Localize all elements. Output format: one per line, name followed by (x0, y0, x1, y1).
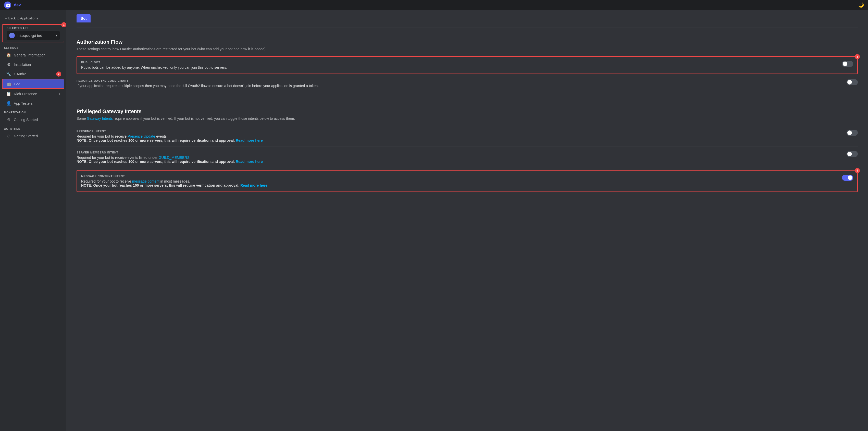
message-content-intent-note: NOTE: Once your bot reaches 100 or more … (81, 183, 832, 188)
back-to-applications[interactable]: ← Back to Applications (0, 14, 66, 22)
app-avatar: I (9, 33, 15, 38)
monetization-section-label: MONETIZATION (0, 108, 66, 115)
sidebar-item-oauth2-wrapper: 🔧 OAuth2 2 (0, 69, 66, 79)
server-members-intent-name: SERVER MEMBERS INTENT (76, 151, 836, 154)
discord-logo: .dev (4, 2, 21, 9)
sidebar-item-bot[interactable]: 🤖 Bot (3, 79, 64, 88)
requires-oauth2-desc: If your application requires multiple sc… (76, 84, 836, 88)
gear-icon: ⚙ (6, 62, 11, 67)
sidebar-item-oauth2[interactable]: 🔧 OAuth2 (2, 69, 64, 78)
requires-oauth2-toggle[interactable] (846, 79, 858, 85)
requires-oauth2-name: REQUIRES OAUTH2 CODE GRANT (76, 79, 836, 82)
server-members-intent-note: NOTE: Once your bot reaches 100 or more … (76, 160, 836, 164)
sidebar-item-general-information[interactable]: 🏠 General Information (2, 51, 64, 59)
gateway-intents-link[interactable]: Gateway Intents (87, 116, 113, 120)
server-members-intent-row: SERVER MEMBERS INTENT Required for your … (76, 147, 858, 168)
server-members-intent-toggle[interactable] (846, 151, 858, 157)
tab-bar: Bot (76, 10, 858, 23)
message-content-intent-info: MESSAGE CONTENT INTENT Required for your… (81, 175, 832, 188)
requires-oauth2-row: REQUIRES OAUTH2 CODE GRANT If your appli… (76, 75, 858, 92)
app-name: infraspec-gpt-bot (17, 34, 54, 37)
badge-4: 4 (855, 168, 860, 173)
authorization-flow-desc: These settings control how OAuth2 author… (76, 47, 858, 51)
topbar: .dev 🌙 (0, 0, 868, 10)
plus-icon-activities: ⊕ (6, 134, 11, 138)
home-icon: 🏠 (6, 53, 11, 57)
badge-3: 3 (855, 54, 860, 59)
authorization-flow-section: Authorization Flow These settings contro… (76, 33, 858, 92)
sidebar-item-installation[interactable]: ⚙ Installation (2, 60, 64, 69)
server-members-intent-desc: Required for your bot to receive events … (76, 155, 836, 160)
requires-oauth2-info: REQUIRES OAUTH2 CODE GRANT If your appli… (76, 79, 836, 88)
moon-icon[interactable]: 🌙 (858, 2, 864, 8)
main-layout: ← Back to Applications 1 SELECTED APP I … (0, 10, 868, 431)
presence-intent-note: NOTE: Once your bot reaches 100 or more … (76, 138, 836, 142)
message-content-intent-desc: Required for your bot to receive message… (81, 179, 832, 183)
tab-bot[interactable]: Bot (76, 14, 91, 23)
presence-update-link[interactable]: Presence Update (128, 134, 155, 138)
presence-intent-toggle[interactable] (846, 130, 858, 136)
sidebar-item-activities-getting-started[interactable]: ⊕ Getting Started (2, 132, 64, 140)
privileged-intents-desc: Some Gateway Intents require approval if… (76, 116, 858, 120)
presence-intent-name: PRESENCE INTENT (76, 130, 836, 133)
public-bot-desc: Public bots can be added by anyone. When… (81, 65, 832, 69)
app-dropdown[interactable]: I infraspec-gpt-bot ▾ (7, 31, 60, 40)
guild-members-link[interactable]: GUILD_MEMBERS (158, 155, 189, 160)
person-icon: 👤 (6, 101, 11, 106)
badge-1: 1 (61, 22, 66, 27)
wrench-icon: 🔧 (6, 71, 11, 76)
server-members-intent-info: SERVER MEMBERS INTENT Required for your … (76, 151, 836, 164)
public-bot-row: 3 PUBLIC BOT Public bots can be added by… (76, 56, 858, 74)
selected-app-label: SELECTED APP (7, 27, 60, 30)
message-content-read-more-link[interactable]: Read more here (240, 183, 268, 188)
presence-intent-read-more-link[interactable]: Read more here (236, 138, 263, 142)
public-bot-toggle[interactable] (842, 61, 853, 67)
plus-icon-monetization: ⊕ (6, 117, 11, 122)
message-content-intent-row: 4 MESSAGE CONTENT INTENT Required for yo… (76, 170, 858, 192)
privileged-intents-section: Privileged Gateway Intents Some Gateway … (76, 103, 858, 192)
content-area: Bot Authorization Flow These settings co… (66, 10, 868, 431)
sidebar-item-app-testers[interactable]: 👤 App Testers (2, 99, 64, 108)
presence-intent-desc: Required for your bot to receive Presenc… (76, 134, 836, 138)
presence-intent-row: PRESENCE INTENT Required for your bot to… (76, 125, 858, 147)
public-bot-info: PUBLIC BOT Public bots can be added by a… (81, 61, 832, 69)
sidebar-item-rich-presence[interactable]: 📋 Rich Presence › (2, 89, 64, 98)
bot-icon: 🤖 (7, 82, 12, 86)
bot-section-border: 🤖 Bot (2, 79, 64, 89)
selected-app-section: 1 SELECTED APP I infraspec-gpt-bot ▾ (2, 24, 64, 42)
sidebar: ← Back to Applications 1 SELECTED APP I … (0, 10, 66, 431)
message-content-intent-toggle[interactable] (842, 175, 853, 181)
presence-intent-info: PRESENCE INTENT Required for your bot to… (76, 130, 836, 142)
settings-section-label: SETTINGS (0, 45, 66, 50)
public-bot-name: PUBLIC BOT (81, 61, 832, 64)
chevron-right-icon: › (59, 92, 60, 96)
message-content-intent-name: MESSAGE CONTENT INTENT (81, 175, 832, 178)
message-content-link[interactable]: message content (132, 179, 159, 183)
list-icon: 📋 (6, 91, 11, 96)
badge-2: 2 (56, 71, 61, 77)
server-members-read-more-link[interactable]: Read more here (236, 160, 263, 164)
activities-section-label: ACTIVITIES (0, 124, 66, 131)
chevron-down-icon: ▾ (56, 34, 57, 37)
authorization-flow-title: Authorization Flow (76, 39, 858, 45)
sidebar-item-monetization-getting-started[interactable]: ⊕ Getting Started (2, 115, 64, 124)
privileged-intents-title: Privileged Gateway Intents (76, 109, 858, 114)
